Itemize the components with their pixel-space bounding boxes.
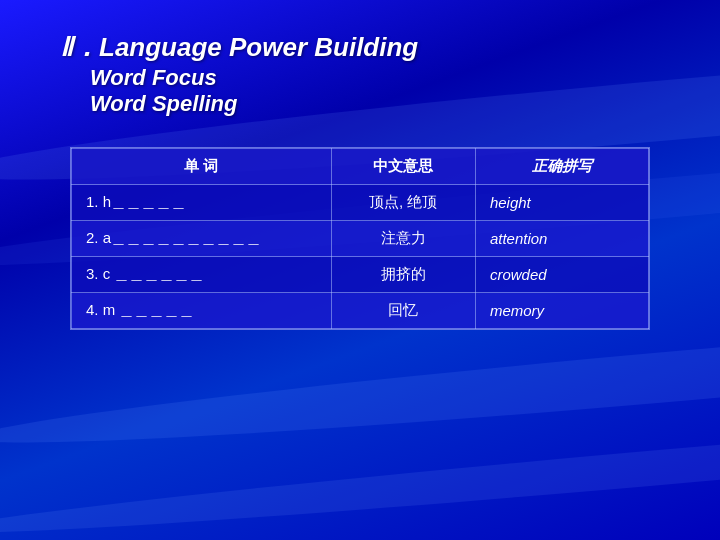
title-line2: Word Focus: [90, 65, 660, 91]
cell-correct-4: memory: [475, 293, 648, 329]
table-row: 4. m ＿＿＿＿＿回忆memory: [72, 293, 649, 329]
header-correct: 正确拼写: [475, 149, 648, 185]
table-row: 3. c ＿＿＿＿＿＿拥挤的crowded: [72, 257, 649, 293]
cell-correct-2: attention: [475, 221, 648, 257]
table-header-row: 单 词 中文意思 正确拼写: [72, 149, 649, 185]
cell-correct-1: height: [475, 185, 648, 221]
title-line3: Word Spelling: [90, 91, 660, 117]
header-chinese: 中文意思: [331, 149, 475, 185]
cell-word-4: 4. m ＿＿＿＿＿: [72, 293, 332, 329]
cell-word-2: 2. a＿＿＿＿＿＿＿＿＿＿: [72, 221, 332, 257]
title-line1: Ⅱ．Language Power Building: [60, 30, 660, 65]
header-word: 单 词: [72, 149, 332, 185]
cell-chinese-2: 注意力: [331, 221, 475, 257]
word-table-wrapper: 单 词 中文意思 正确拼写 1. h＿＿＿＿＿顶点, 绝顶height2. a＿…: [70, 147, 650, 330]
title-section: Ⅱ．Language Power Building Word Focus Wor…: [60, 30, 660, 117]
cell-correct-3: crowded: [475, 257, 648, 293]
cell-word-3: 3. c ＿＿＿＿＿＿: [72, 257, 332, 293]
cell-word-1: 1. h＿＿＿＿＿: [72, 185, 332, 221]
table-row: 2. a＿＿＿＿＿＿＿＿＿＿注意力attention: [72, 221, 649, 257]
table-row: 1. h＿＿＿＿＿顶点, 绝顶height: [72, 185, 649, 221]
word-table: 单 词 中文意思 正确拼写 1. h＿＿＿＿＿顶点, 绝顶height2. a＿…: [71, 148, 649, 329]
cell-chinese-1: 顶点, 绝顶: [331, 185, 475, 221]
cell-chinese-4: 回忆: [331, 293, 475, 329]
cell-chinese-3: 拥挤的: [331, 257, 475, 293]
